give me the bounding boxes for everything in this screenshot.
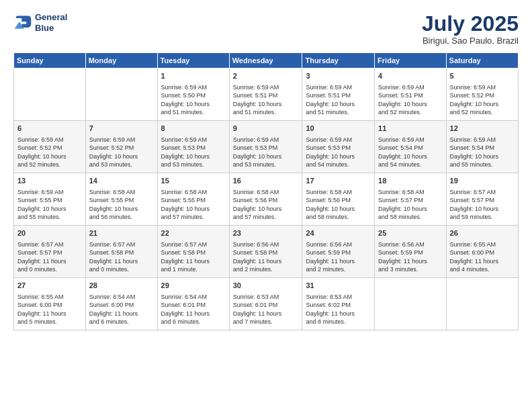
day-number: 1 <box>161 71 226 81</box>
day-content: Sunset: 5:56 PM <box>233 196 299 205</box>
day-content: Daylight: 11 hours <box>306 257 371 266</box>
day-content: Sunset: 5:55 PM <box>17 196 82 205</box>
day-number: 15 <box>161 176 226 186</box>
day-content: Daylight: 10 hours <box>450 205 515 214</box>
day-content: Sunset: 5:57 PM <box>450 196 515 205</box>
day-content: and 54 minutes. <box>378 161 442 169</box>
day-content: Sunset: 5:58 PM <box>161 248 226 257</box>
day-number: 10 <box>306 124 371 134</box>
day-content: Sunset: 5:52 PM <box>450 91 515 100</box>
col-sunday: Sunday <box>14 53 86 68</box>
day-content: Sunrise: 6:54 AM <box>89 293 154 302</box>
day-content: Daylight: 10 hours <box>233 100 299 109</box>
day-content: and 52 minutes. <box>17 161 82 169</box>
calendar-week-row: 1Sunrise: 6:59 AMSunset: 5:50 PMDaylight… <box>14 68 519 121</box>
day-content: Sunset: 6:01 PM <box>233 301 299 310</box>
table-row: 12Sunrise: 6:59 AMSunset: 5:54 PMDayligh… <box>446 121 518 173</box>
day-content: and 53 minutes. <box>233 161 299 169</box>
day-content: Sunset: 5:59 PM <box>378 248 442 257</box>
day-content: and 8 minutes. <box>306 318 371 326</box>
day-content: Sunset: 6:00 PM <box>450 248 515 257</box>
day-content: and 6 minutes. <box>89 318 154 326</box>
day-number: 20 <box>17 228 82 238</box>
table-row: 15Sunrise: 6:58 AMSunset: 5:55 PMDayligh… <box>157 173 229 226</box>
day-content: Sunset: 5:50 PM <box>161 91 226 100</box>
day-content: and 58 minutes. <box>378 213 442 222</box>
day-content: Daylight: 11 hours <box>161 310 226 318</box>
day-number: 12 <box>450 124 515 134</box>
day-content: Sunrise: 6:56 AM <box>378 240 442 249</box>
day-content: Daylight: 10 hours <box>161 152 226 161</box>
day-content: and 2 minutes. <box>233 265 299 274</box>
day-content: and 5 minutes. <box>17 318 82 326</box>
day-content: Sunset: 5:59 PM <box>306 248 371 257</box>
table-row <box>14 68 86 121</box>
day-content: Daylight: 11 hours <box>89 310 154 318</box>
day-content: and 57 minutes. <box>233 213 299 222</box>
location: Birigui, Sao Paulo, Brazil <box>422 36 519 46</box>
day-content: Sunrise: 6:59 AM <box>450 83 515 92</box>
day-number: 25 <box>378 228 442 238</box>
day-content: Sunrise: 6:59 AM <box>161 83 226 92</box>
day-content: Daylight: 10 hours <box>378 205 442 214</box>
day-content: Daylight: 11 hours <box>17 310 82 318</box>
day-content: Sunset: 6:00 PM <box>17 301 82 310</box>
table-row <box>85 68 157 121</box>
table-row: 25Sunrise: 6:56 AMSunset: 5:59 PMDayligh… <box>375 226 446 278</box>
day-content: Sunrise: 6:57 AM <box>450 188 515 197</box>
day-number: 3 <box>306 71 371 81</box>
day-content: Daylight: 11 hours <box>378 257 442 266</box>
day-content: Sunrise: 6:57 AM <box>17 240 82 249</box>
calendar-week-row: 6Sunrise: 6:59 AMSunset: 5:52 PMDaylight… <box>14 121 519 173</box>
day-number: 9 <box>233 124 299 134</box>
day-content: Sunset: 5:55 PM <box>89 196 154 205</box>
day-content: Sunset: 5:51 PM <box>378 91 442 100</box>
day-content: Sunrise: 6:56 AM <box>306 240 371 249</box>
table-row: 18Sunrise: 6:58 AMSunset: 5:57 PMDayligh… <box>375 173 446 226</box>
day-content: Sunrise: 6:58 AM <box>89 188 154 197</box>
table-row: 5Sunrise: 6:59 AMSunset: 5:52 PMDaylight… <box>446 68 518 121</box>
day-content: Sunset: 5:51 PM <box>233 91 299 100</box>
month-title: July 2025 <box>422 12 519 36</box>
day-content: Daylight: 11 hours <box>17 257 82 266</box>
day-content: Sunset: 5:53 PM <box>306 144 371 152</box>
day-number: 22 <box>161 228 226 238</box>
table-row: 7Sunrise: 6:59 AMSunset: 5:52 PMDaylight… <box>85 121 157 173</box>
day-content: Sunset: 5:54 PM <box>378 144 442 152</box>
day-content: and 54 minutes. <box>306 161 371 169</box>
calendar-header-row: Sunday Monday Tuesday Wednesday Thursday… <box>14 53 519 68</box>
day-content: and 6 minutes. <box>161 318 226 326</box>
day-content: and 3 minutes. <box>378 265 442 274</box>
table-row: 14Sunrise: 6:58 AMSunset: 5:55 PMDayligh… <box>85 173 157 226</box>
table-row <box>446 278 518 330</box>
day-content: Sunset: 5:57 PM <box>378 196 442 205</box>
day-content: Sunrise: 6:57 AM <box>89 240 154 249</box>
day-number: 19 <box>450 176 515 186</box>
table-row: 27Sunrise: 6:55 AMSunset: 6:00 PMDayligh… <box>14 278 86 330</box>
day-content: and 51 minutes. <box>306 108 371 117</box>
table-row: 24Sunrise: 6:56 AMSunset: 5:59 PMDayligh… <box>302 226 375 278</box>
table-row: 28Sunrise: 6:54 AMSunset: 6:00 PMDayligh… <box>85 278 157 330</box>
table-row: 19Sunrise: 6:57 AMSunset: 5:57 PMDayligh… <box>446 173 518 226</box>
day-content: Daylight: 11 hours <box>233 257 299 266</box>
day-content: Sunrise: 6:55 AM <box>450 240 515 249</box>
day-content: Sunrise: 6:56 AM <box>233 240 299 249</box>
day-content: Daylight: 11 hours <box>89 257 154 266</box>
title-block: July 2025 Birigui, Sao Paulo, Brazil <box>422 12 519 46</box>
day-content: Daylight: 11 hours <box>306 310 371 318</box>
day-content: Daylight: 10 hours <box>233 152 299 161</box>
day-content: and 0 minutes. <box>17 265 82 274</box>
day-content: Daylight: 10 hours <box>161 205 226 214</box>
col-tuesday: Tuesday <box>157 53 229 68</box>
col-saturday: Saturday <box>446 53 518 68</box>
day-content: Sunrise: 6:53 AM <box>233 293 299 302</box>
day-content: Sunrise: 6:53 AM <box>306 293 371 302</box>
day-content: Sunrise: 6:57 AM <box>161 240 226 249</box>
day-content: Daylight: 10 hours <box>306 205 371 214</box>
table-row: 31Sunrise: 6:53 AMSunset: 6:02 PMDayligh… <box>302 278 375 330</box>
day-content: and 59 minutes. <box>450 213 515 222</box>
day-content: Sunrise: 6:59 AM <box>378 83 442 92</box>
calendar-week-row: 20Sunrise: 6:57 AMSunset: 5:57 PMDayligh… <box>14 226 519 278</box>
day-content: Daylight: 10 hours <box>306 152 371 161</box>
day-content: Sunrise: 6:59 AM <box>306 136 371 144</box>
